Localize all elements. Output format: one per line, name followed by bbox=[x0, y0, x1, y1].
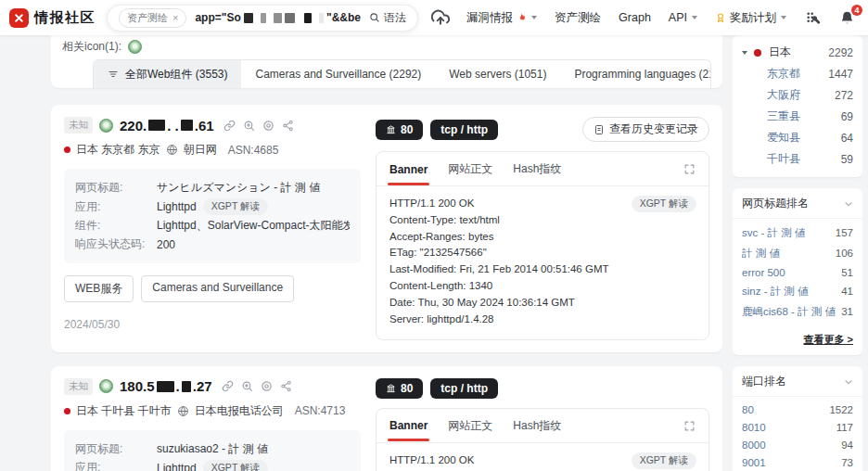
component-filter-panel: 相关icon(1): 全部Web组件 (3553) Cameras and Su… bbox=[51, 35, 722, 88]
tag-close-icon[interactable]: × bbox=[172, 13, 178, 23]
link-icon[interactable] bbox=[223, 120, 236, 132]
region-row[interactable]: 三重县69 bbox=[742, 106, 853, 127]
isp-name[interactable]: 朝日网 bbox=[184, 142, 217, 158]
tab-hash-fingerprint[interactable]: Hash指纹 bbox=[513, 161, 561, 177]
expand-icon[interactable] bbox=[683, 420, 696, 432]
port-rank-header[interactable]: 端口排名 bbox=[733, 366, 862, 397]
protocol-pill[interactable]: tcp / http bbox=[430, 378, 498, 399]
upload-cloud-icon[interactable] bbox=[431, 8, 450, 27]
rank-row[interactable]: 計 測 値106 bbox=[742, 243, 853, 263]
field-label: 网页标题: bbox=[75, 441, 157, 457]
asset-summary: 未知 180.5 . .27 日本 千叶县 千叶市 bbox=[64, 378, 361, 471]
rank-row[interactable]: 801522 bbox=[742, 401, 853, 418]
region-row[interactable]: 千叶县59 bbox=[742, 148, 853, 170]
nav-reward-program[interactable]: 奖励计划 bbox=[715, 10, 786, 26]
banner-column: 80 tcp / http 查看历史变更记录 Banner 网站正文 Hash指… bbox=[376, 117, 709, 340]
related-favicon[interactable] bbox=[128, 40, 142, 54]
network-graph-icon[interactable] bbox=[282, 120, 294, 132]
isp-icon bbox=[166, 144, 178, 156]
network-graph-icon[interactable] bbox=[280, 380, 292, 392]
tag-cameras[interactable]: Cameras and Surveillance bbox=[141, 275, 294, 302]
tab-site-body[interactable]: 网站正文 bbox=[448, 161, 492, 177]
chevron-down-icon bbox=[844, 377, 853, 387]
xgpt-button[interactable]: XGPT 解读 bbox=[203, 198, 268, 215]
asn-number[interactable]: ASN:4685 bbox=[228, 144, 279, 157]
region-row[interactable]: 大阪府272 bbox=[742, 84, 853, 106]
nav-vuln-intel[interactable]: 漏洞情报 bbox=[466, 10, 537, 26]
title-rank-header[interactable]: 网页标题排名 bbox=[733, 188, 862, 219]
related-icon-row: 相关icon(1): bbox=[62, 36, 711, 57]
rank-row[interactable]: error 50051 bbox=[742, 263, 853, 281]
banner-tabs: Banner 网站正文 Hash指纹 bbox=[377, 152, 708, 186]
redaction-block bbox=[148, 120, 165, 131]
tab-cameras-surveillance[interactable]: Cameras and Surveillance (2292) bbox=[241, 60, 435, 88]
rank-row[interactable]: 900173 bbox=[742, 453, 853, 471]
nav-asset-mapping[interactable]: 资产测绘 bbox=[555, 10, 601, 26]
tab-banner[interactable]: Banner bbox=[389, 419, 428, 432]
zoom-search-icon[interactable] bbox=[243, 120, 255, 132]
japan-flag-dot-icon bbox=[754, 49, 761, 57]
banner-tabs: Banner 网站正文 Hash指纹 bbox=[377, 409, 708, 443]
tab-site-body[interactable]: 网站正文 bbox=[448, 418, 492, 434]
port-pill[interactable]: 80 bbox=[376, 120, 423, 140]
rank-row[interactable]: svc - 計 測 値157 bbox=[742, 223, 853, 243]
country-row[interactable]: 日本 2292 bbox=[742, 42, 853, 63]
notifications-bell[interactable]: 4 bbox=[839, 9, 855, 26]
zoom-search-icon[interactable] bbox=[241, 380, 253, 392]
redaction-block bbox=[274, 13, 282, 23]
chevron-down-icon bbox=[781, 16, 786, 19]
asn-number[interactable]: ASN:4713 bbox=[295, 404, 346, 417]
related-icon-label: 相关icon(1): bbox=[62, 39, 121, 55]
tab-banner[interactable]: Banner bbox=[389, 163, 428, 176]
asset-info-box: 网页标题:サンヒルズマンション - 計 測 値 应用:LighttpdXGPT … bbox=[64, 169, 361, 263]
tab-programming-languages[interactable]: Programming languages (210) bbox=[560, 60, 711, 88]
app-title: 情报社区 bbox=[34, 9, 96, 27]
redaction-block bbox=[285, 13, 295, 23]
country-name[interactable]: 日本 bbox=[769, 45, 791, 60]
port-pill[interactable]: 80 bbox=[376, 378, 423, 399]
nav-api[interactable]: API bbox=[669, 11, 697, 24]
location-row: 日本 东京都 东京 朝日网 ASN:4685 bbox=[64, 142, 361, 158]
rank-row[interactable]: 800094 bbox=[742, 436, 853, 453]
region-row[interactable]: 爱知县64 bbox=[742, 127, 853, 148]
app-name[interactable]: Lighttpd bbox=[157, 200, 197, 213]
tab-web-servers[interactable]: Web servers (1051) bbox=[435, 60, 560, 88]
region-row[interactable]: 东京都1447 bbox=[742, 63, 853, 84]
banner-content: HTTP/1.1 200 OK Content-Type: text/html … bbox=[377, 443, 708, 471]
rank-row[interactable]: 鹿嶋cis68 - 計 測 値31 bbox=[742, 301, 853, 322]
isp-icon bbox=[177, 405, 189, 417]
link-icon[interactable] bbox=[222, 380, 234, 392]
redaction-block bbox=[182, 381, 191, 392]
view-more-link[interactable]: 查看更多 > bbox=[733, 327, 862, 355]
asset-info-box: 网页标题:suzukiasao2 - 計 測 値 应用:LighttpdXGPT… bbox=[64, 430, 361, 471]
isp-name[interactable]: 日本电报电话公司 bbox=[195, 403, 284, 419]
history-button[interactable]: 查看历史变更记录 bbox=[582, 117, 709, 142]
app-name[interactable]: Lighttpd bbox=[157, 462, 197, 471]
search-input[interactable]: app="So "&&be bbox=[195, 11, 361, 24]
tag-web-service[interactable]: WEB服务 bbox=[64, 275, 134, 302]
rank-row[interactable]: sinz - 計 測 値41 bbox=[742, 281, 853, 301]
search-bar[interactable]: 资产测绘 × app="So "&&be 语法 bbox=[107, 5, 418, 32]
target-icon[interactable] bbox=[262, 120, 274, 132]
caret-down-icon bbox=[742, 51, 747, 55]
syntax-button[interactable]: 语法 bbox=[369, 10, 406, 26]
rank-row[interactable]: 8010117 bbox=[742, 418, 853, 436]
logo[interactable]: 情报社区 bbox=[9, 8, 96, 28]
tools-menu-icon[interactable] bbox=[804, 9, 822, 27]
target-icon[interactable] bbox=[261, 380, 273, 392]
site-favicon bbox=[99, 119, 113, 133]
field-label: 组件: bbox=[75, 218, 157, 234]
search-scope-tag[interactable]: 资产测绘 × bbox=[119, 8, 186, 28]
http-headers: HTTP/1.1 200 OK Content-Type: text/html … bbox=[389, 196, 696, 328]
xgpt-button[interactable]: XGPT 解读 bbox=[632, 452, 696, 469]
protocol-pill[interactable]: tcp / http bbox=[430, 120, 498, 140]
result-card: 未知 180.5 . .27 日本 千叶县 千叶市 bbox=[51, 366, 722, 471]
xgpt-button[interactable]: XGPT 解读 bbox=[632, 196, 696, 212]
tab-all-web-components[interactable]: 全部Web组件 (3553) bbox=[94, 60, 241, 88]
expand-icon[interactable] bbox=[683, 163, 696, 175]
tab-hash-fingerprint[interactable]: Hash指纹 bbox=[513, 418, 561, 434]
xgpt-button[interactable]: XGPT 解读 bbox=[203, 460, 268, 471]
nav-graph[interactable]: Graph bbox=[619, 11, 651, 24]
main-nav: 漏洞情报 资产测绘 Graph API 奖励计划 4 bbox=[466, 9, 855, 27]
notification-badge: 4 bbox=[851, 5, 862, 16]
